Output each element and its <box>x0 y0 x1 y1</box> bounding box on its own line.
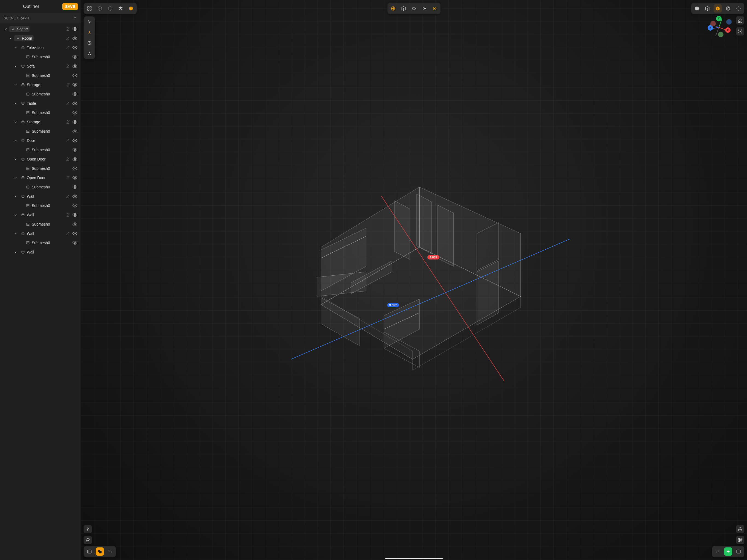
tree-node[interactable]: Open Door <box>2 154 79 164</box>
tree-node[interactable]: Submesh0 <box>2 182 79 192</box>
sidebar-toggle-icon[interactable] <box>85 548 94 556</box>
chevron-down-icon[interactable] <box>13 138 18 143</box>
solid-cube-icon[interactable] <box>693 4 701 12</box>
eye-icon[interactable] <box>72 240 78 246</box>
eye-icon[interactable] <box>72 128 78 134</box>
tree-node-label-wrap[interactable]: Door <box>19 137 36 144</box>
lasso-icon[interactable] <box>84 536 92 544</box>
axis-neg-z-handle[interactable] <box>726 19 732 25</box>
eye-icon[interactable] <box>72 193 78 199</box>
tree-node-label-wrap[interactable]: Wall <box>19 249 36 255</box>
tree-node[interactable]: Table <box>2 99 79 108</box>
tree-node[interactable]: Sofa <box>2 61 79 71</box>
rotate-icon[interactable] <box>85 39 94 47</box>
eye-icon[interactable] <box>72 203 78 209</box>
chevron-down-icon[interactable] <box>13 82 18 87</box>
tree-node[interactable]: Television <box>2 43 79 52</box>
cube-icon[interactable] <box>400 4 408 12</box>
globe-icon[interactable] <box>389 4 397 12</box>
move-gizmo-icon[interactable] <box>85 28 94 36</box>
tree-node[interactable]: Storage <box>2 117 79 127</box>
tree-node-label-wrap[interactable]: Storage <box>19 82 42 88</box>
wire-cube-icon[interactable] <box>703 4 712 12</box>
share-icon[interactable] <box>736 525 744 533</box>
tree-node-label-wrap[interactable]: Scene <box>9 26 29 32</box>
hidden-doc-icon[interactable] <box>65 45 71 51</box>
redo-icon[interactable] <box>714 548 722 556</box>
tree-node-label-wrap[interactable]: Wall <box>19 212 36 218</box>
hidden-doc-icon[interactable] <box>65 193 71 199</box>
hand-icon[interactable] <box>84 525 92 533</box>
eye-icon[interactable] <box>72 54 78 60</box>
tree-node-label-wrap[interactable]: Television <box>19 45 45 51</box>
chevron-down-icon[interactable] <box>13 45 18 50</box>
eye-icon[interactable] <box>72 156 78 162</box>
eye-icon[interactable] <box>72 137 78 144</box>
focus-frame-icon[interactable] <box>736 27 744 35</box>
eye-icon[interactable] <box>72 110 78 116</box>
shaded-cube-icon[interactable] <box>714 4 722 12</box>
scene-graph-section-header[interactable]: SCENE GRAPH <box>0 13 81 23</box>
hidden-doc-icon[interactable] <box>65 137 71 144</box>
tree-node-label-wrap[interactable]: Submesh0 <box>24 73 52 78</box>
tree-node[interactable]: Submesh0 <box>2 90 79 99</box>
viewport[interactable]: Y X Z <box>81 0 747 560</box>
tree-node[interactable]: Room <box>2 34 79 43</box>
command-icon[interactable] <box>736 536 744 544</box>
tree-node-label-wrap[interactable]: Submesh0 <box>24 184 52 190</box>
chevron-down-icon[interactable] <box>13 64 18 69</box>
tree-node[interactable]: Wall <box>2 229 79 238</box>
scene-tree[interactable]: Scene Room Television Submesh0 Sofa <box>0 23 81 560</box>
tree-node-label-wrap[interactable]: Submesh0 <box>24 221 52 227</box>
hidden-doc-icon[interactable] <box>65 82 71 88</box>
tree-node-label-wrap[interactable]: Submesh0 <box>24 110 52 116</box>
chevron-down-icon[interactable] <box>13 101 18 106</box>
tree-node[interactable]: Storage <box>2 80 79 90</box>
right-panel-toggle-icon[interactable] <box>735 548 743 556</box>
layers-icon[interactable] <box>117 4 125 12</box>
chevron-down-icon[interactable] <box>13 175 18 180</box>
tree-node[interactable]: Submesh0 <box>2 201 79 210</box>
tree-node-label-wrap[interactable]: Submesh0 <box>24 166 52 172</box>
chevron-down-icon[interactable] <box>8 36 13 41</box>
tree-node-label-wrap[interactable]: Wall <box>19 193 36 199</box>
eye-icon[interactable] <box>72 184 78 190</box>
snap-link-icon[interactable] <box>410 4 418 12</box>
tree-node[interactable]: Submesh0 <box>2 164 79 173</box>
layout-grid-icon[interactable] <box>85 4 94 12</box>
hidden-doc-icon[interactable] <box>65 230 71 236</box>
tree-node[interactable]: Wall <box>2 192 79 201</box>
eye-icon[interactable] <box>72 166 78 172</box>
tree-node-label-wrap[interactable]: Open Door <box>19 156 47 162</box>
tree-node[interactable]: Submesh0 <box>2 127 79 136</box>
hidden-doc-icon[interactable] <box>65 26 71 32</box>
home-icon[interactable] <box>736 17 744 25</box>
undo-icon[interactable] <box>106 548 114 556</box>
axis-neg-x-handle[interactable] <box>711 21 716 26</box>
eye-icon[interactable] <box>72 26 78 32</box>
tree-node[interactable]: Submesh0 <box>2 145 79 154</box>
aperture-icon[interactable] <box>724 4 732 12</box>
eye-icon[interactable] <box>72 82 78 88</box>
cube-outline-icon[interactable] <box>106 4 114 12</box>
chevron-down-icon[interactable] <box>13 194 18 199</box>
tree-node[interactable]: Scene <box>2 24 79 34</box>
eye-icon[interactable] <box>72 175 78 181</box>
eye-icon[interactable] <box>72 147 78 153</box>
eye-icon[interactable] <box>72 100 78 106</box>
overlap-icon[interactable] <box>96 548 104 556</box>
eye-icon[interactable] <box>72 45 78 51</box>
pointer-icon[interactable] <box>85 18 94 26</box>
hidden-doc-icon[interactable] <box>65 175 71 181</box>
chevron-down-icon[interactable] <box>13 157 18 161</box>
hexagon-icon[interactable] <box>127 4 135 12</box>
hidden-doc-icon[interactable] <box>65 156 71 162</box>
tree-node[interactable]: Open Door <box>2 173 79 182</box>
tree-node[interactable]: Submesh0 <box>2 238 79 248</box>
tree-node-label-wrap[interactable]: Table <box>19 100 37 106</box>
tree-node[interactable]: Wall <box>2 248 79 257</box>
tree-node-label-wrap[interactable]: Submesh0 <box>24 147 52 153</box>
gear-icon[interactable] <box>735 4 743 12</box>
hidden-doc-icon[interactable] <box>65 35 71 41</box>
tree-node-label-wrap[interactable]: Submesh0 <box>24 91 52 97</box>
